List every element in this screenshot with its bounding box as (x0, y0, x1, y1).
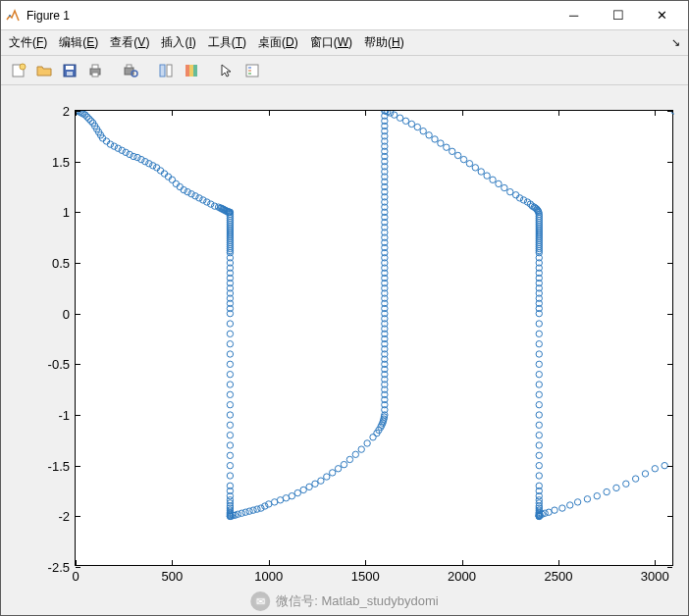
link-plot-button[interactable] (154, 59, 178, 82)
svg-point-159 (300, 487, 306, 492)
svg-point-260 (484, 173, 490, 179)
svg-point-168 (352, 451, 358, 457)
svg-point-354 (632, 476, 638, 482)
svg-point-38 (111, 143, 117, 149)
svg-point-318 (536, 412, 542, 418)
svg-point-116 (227, 361, 233, 367)
svg-point-264 (507, 188, 513, 194)
svg-point-115 (227, 351, 233, 357)
svg-point-316 (536, 391, 542, 397)
svg-point-118 (227, 382, 233, 387)
axes[interactable]: -2.5-2-1.5-1-0.500.511.52050010001500200… (75, 110, 673, 566)
svg-point-151 (258, 505, 264, 511)
svg-point-112 (227, 321, 233, 327)
svg-point-120 (227, 401, 233, 407)
svg-rect-10 (127, 65, 132, 68)
menu-insert[interactable]: 插入(I) (161, 34, 195, 51)
svg-point-320 (536, 432, 542, 437)
svg-point-162 (318, 478, 324, 484)
svg-point-171 (370, 435, 376, 440)
window-controls: ─ ☐ ✕ (552, 2, 684, 29)
svg-point-251 (432, 136, 438, 142)
svg-point-314 (536, 371, 542, 377)
svg-point-163 (324, 474, 330, 480)
svg-rect-4 (66, 66, 74, 70)
svg-point-257 (466, 161, 472, 167)
svg-point-126 (227, 462, 233, 468)
svg-rect-16 (193, 65, 197, 77)
watermark: ✉ 微信号: Matlab_studybydomi (250, 591, 438, 611)
plot-area: -2.5-2-1.5-1-0.500.511.52050010001500200… (1, 85, 688, 615)
legend-button[interactable] (240, 59, 264, 82)
print-button[interactable] (83, 59, 107, 82)
svg-point-252 (438, 140, 444, 146)
svg-point-345 (552, 507, 557, 513)
svg-point-254 (450, 148, 455, 154)
menu-help[interactable]: 帮助(H) (364, 34, 404, 51)
svg-point-117 (227, 371, 233, 377)
svg-point-255 (454, 152, 460, 158)
svg-point-313 (536, 361, 542, 367)
svg-rect-8 (92, 73, 98, 77)
save-button[interactable] (58, 59, 81, 82)
menu-desktop[interactable]: 桌面(D) (258, 34, 298, 51)
svg-point-39 (115, 145, 121, 151)
svg-point-244 (391, 112, 397, 118)
menu-view[interactable]: 查看(V) (110, 34, 149, 51)
svg-point-61 (200, 197, 206, 203)
close-button[interactable]: ✕ (640, 2, 684, 29)
figure-window: Figure 1 ─ ☐ ✕ 文件(F) 编辑(E) 查看(V) 插入(I) 工… (0, 0, 689, 616)
new-figure-button[interactable] (7, 59, 30, 82)
svg-point-152 (262, 503, 268, 509)
svg-point-262 (496, 180, 502, 186)
menu-overflow-icon[interactable]: ↘ (671, 36, 680, 49)
svg-point-323 (536, 462, 542, 468)
menu-file[interactable]: 文件(F) (9, 34, 47, 51)
matlab-icon (5, 8, 21, 24)
svg-point-261 (490, 177, 496, 182)
svg-point-42 (127, 151, 132, 157)
svg-point-263 (502, 184, 507, 190)
svg-point-259 (478, 169, 484, 175)
print-preview-button[interactable] (119, 59, 142, 82)
svg-rect-17 (246, 65, 258, 77)
maximize-button[interactable]: ☐ (596, 2, 640, 29)
svg-point-351 (604, 488, 610, 494)
svg-point-322 (536, 452, 542, 458)
svg-point-347 (567, 502, 573, 508)
svg-point-310 (536, 331, 542, 336)
colorbar-button[interactable] (180, 59, 203, 82)
svg-point-2 (20, 64, 26, 70)
svg-point-246 (402, 118, 408, 124)
watermark-text: 微信号: Matlab_studybydomi (276, 592, 438, 610)
open-button[interactable] (32, 59, 56, 82)
svg-point-256 (460, 156, 466, 162)
svg-point-41 (123, 149, 129, 155)
svg-point-348 (574, 499, 580, 505)
window-title: Figure 1 (26, 9, 552, 23)
svg-point-119 (227, 391, 233, 397)
svg-point-158 (294, 489, 300, 495)
titlebar: Figure 1 ─ ☐ ✕ (1, 1, 688, 30)
svg-point-352 (613, 485, 619, 490)
menu-edit[interactable]: 编辑(E) (59, 34, 98, 51)
svg-point-58 (188, 191, 194, 197)
menu-window[interactable]: 窗口(W) (310, 34, 352, 51)
svg-point-346 (559, 505, 565, 511)
menu-tools[interactable]: 工具(T) (208, 34, 246, 51)
svg-rect-14 (186, 65, 189, 77)
minimize-button[interactable]: ─ (552, 2, 596, 29)
svg-point-124 (227, 442, 233, 448)
pointer-button[interactable] (215, 59, 238, 82)
svg-point-63 (208, 201, 214, 207)
svg-rect-15 (189, 65, 193, 77)
svg-point-123 (227, 432, 233, 437)
wechat-icon: ✉ (250, 591, 270, 611)
svg-point-245 (397, 115, 402, 121)
svg-point-48 (150, 163, 156, 169)
svg-rect-13 (167, 65, 172, 77)
svg-point-44 (134, 154, 140, 160)
svg-point-164 (330, 470, 336, 476)
svg-point-161 (312, 481, 318, 487)
svg-point-258 (472, 165, 478, 171)
